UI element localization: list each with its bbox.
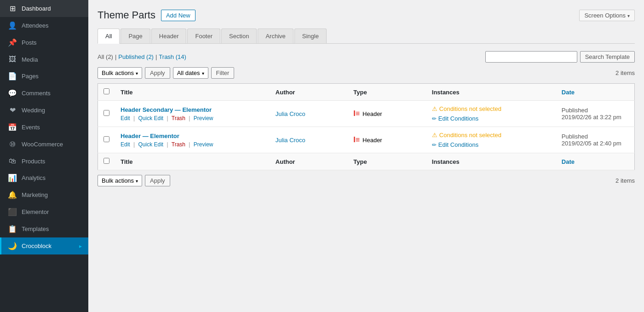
search-input[interactable] [485,51,577,63]
sidebar-item-products[interactable]: 🛍 Products [0,153,88,169]
sidebar-item-crocoblock[interactable]: 🌙 Crocoblock [0,237,88,254]
row2-row-actions: Edit | Quick Edit | Trash | Preview [121,141,264,148]
sidebar-item-elementor[interactable]: ⬛ Elementor [0,203,88,220]
tab-footer[interactable]: Footer [187,29,220,43]
row1-date-status: Published [562,107,588,114]
table-row: Header Secondary — Elementor Edit | Quic… [98,101,635,127]
screen-options-label: Screen Options [584,12,626,19]
sidebar-item-label: Templates [22,225,49,232]
chevron-down-icon [136,177,138,184]
search-template-button[interactable]: Search Template [580,51,635,63]
sidebar-item-media[interactable]: 🖼 Media [0,51,88,68]
sidebar-item-posts[interactable]: 📌 Posts [0,34,88,51]
sidebar-item-woocommerce[interactable]: ⑩ WooCommerce [0,136,88,153]
tab-single[interactable]: Single [294,29,327,43]
row1-trash-link[interactable]: Trash [172,115,185,121]
row1-author-link[interactable]: Julia Croco [276,110,305,117]
row2-title-suffix: — Elementor [141,133,179,139]
sidebar-item-label: Posts [22,39,37,46]
tfh-title: Title [115,153,270,170]
filter-trash[interactable]: Trash (14) [159,53,186,60]
row2-date-cell: Published 2019/02/05 at 2:40 pm [556,127,635,153]
warning-triangle-icon [432,105,437,112]
sidebar-item-pages[interactable]: 📄 Pages [0,68,88,85]
sidebar-item-analytics[interactable]: 📊 Analytics [0,169,88,186]
row1-edit-conditions[interactable]: Edit Conditions [432,115,551,122]
row2-author-link[interactable]: Julia Croco [276,137,305,144]
row2-type-cell: I≡ Header [348,127,426,153]
row2-edit-conditions[interactable]: Edit Conditions [432,141,551,148]
chevron-down-icon [202,69,204,76]
row2-checkbox-cell [98,127,115,153]
sidebar-item-wedding[interactable]: ❤ Wedding [0,102,88,119]
media-icon: 🖼 [8,55,17,64]
row1-title-cell: Header Secondary — Elementor Edit | Quic… [115,101,270,127]
page-header: Theme Parts Add New Screen Options [98,9,635,21]
row1-preview-link[interactable]: Preview [194,115,213,121]
tab-bar: All Page Header Footer Section Archive S… [98,29,635,44]
tab-all[interactable]: All [98,29,120,44]
tab-page[interactable]: Page [121,29,150,43]
row1-checkbox[interactable] [104,110,109,116]
pages-icon: 📄 [8,72,17,81]
elementor-type-icon: I≡ [353,110,360,118]
th-type: Type [348,84,426,101]
dates-select[interactable]: All dates [173,67,208,79]
th-author: Author [270,84,348,101]
bulk-actions-label-bottom: Bulk actions [102,177,134,184]
tab-archive[interactable]: Archive [258,29,293,43]
sidebar-item-dashboard[interactable]: ⊞ Dashboard [0,0,88,17]
bulk-actions-select-top[interactable]: Bulk actions [98,67,142,79]
products-icon: 🛍 [8,157,17,165]
elementor-type-icon: I≡ [353,136,360,144]
row2-quick-edit-link[interactable]: Quick Edit [138,141,164,148]
apply-button-bottom[interactable]: Apply [145,175,170,186]
row2-type-label: Header [362,137,382,144]
row1-edit-link[interactable]: Edit [121,115,130,121]
row2-trash-link[interactable]: Trash [172,141,185,148]
sidebar-item-templates[interactable]: 📋 Templates [0,220,88,237]
row2-title-link[interactable]: Header — Elementor [121,133,179,139]
sidebar-item-comments[interactable]: 💬 Comments [0,85,88,102]
row2-checkbox[interactable] [104,136,109,142]
row2-edit-link[interactable]: Edit [121,141,130,148]
screen-options-button[interactable]: Screen Options [579,10,635,21]
action-bar-bottom: Bulk actions Apply 2 items [98,175,635,186]
row2-author-cell: Julia Croco [270,127,348,153]
apply-button-top[interactable]: Apply [145,67,170,79]
sidebar-item-events[interactable]: 📅 Events [0,119,88,136]
attendees-icon: 👤 [8,21,17,30]
select-all-checkbox[interactable] [104,88,109,94]
row1-instances-cell: Conditions not selected Edit Conditions [426,101,556,127]
tfh-date[interactable]: Date [556,153,635,170]
table-row: Header — Elementor Edit | Quick Edit | T… [98,127,635,153]
select-all-checkbox-bottom[interactable] [104,158,109,164]
sidebar-item-marketing[interactable]: 🔔 Marketing [0,186,88,203]
th-checkbox [98,84,115,101]
th-title: Title [115,84,270,101]
row1-edit-conditions-text: Edit Conditions [438,115,478,122]
dates-label: All dates [177,69,200,76]
sidebar-item-attendees[interactable]: 👤 Attendees [0,17,88,34]
row1-title-link[interactable]: Header Secondary — Elementor [121,106,212,113]
row2-preview-link[interactable]: Preview [194,141,213,148]
th-date[interactable]: Date [556,84,635,101]
tab-section[interactable]: Section [221,29,257,43]
row2-title-cell: Header — Elementor Edit | Quick Edit | T… [115,127,270,153]
bulk-actions-select-bottom[interactable]: Bulk actions [98,175,142,186]
chevron-down-icon [627,12,630,19]
filter-button[interactable]: Filter [211,67,235,79]
add-new-button[interactable]: Add New [161,10,196,21]
row2-title-text: Header [121,133,141,139]
sidebar-item-label: Pages [22,73,39,80]
sidebar-item-label: Dashboard [22,5,51,12]
tfh-type: Type [348,153,426,170]
filters-bar: All (2) | Published (2) | Trash (14) Sea… [98,51,635,63]
sidebar-item-label: Analytics [22,174,46,181]
tfh-instances: Instances [426,153,556,170]
filter-links: All (2) | Published (2) | Trash (14) [98,53,186,60]
filter-published[interactable]: Published (2) [118,53,154,60]
tab-header[interactable]: Header [151,29,187,43]
row1-quick-edit-link[interactable]: Quick Edit [138,115,164,121]
chevron-right-icon [79,243,82,249]
